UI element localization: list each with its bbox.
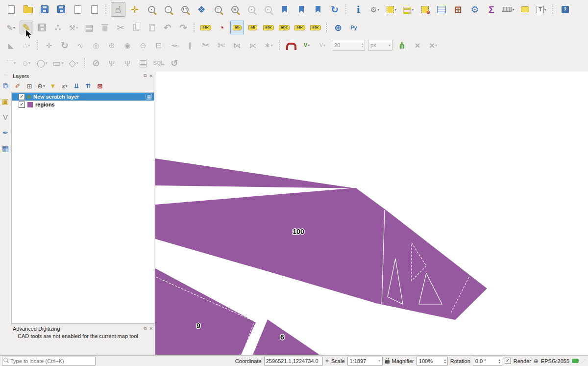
new-temporary-scratch-layer-button[interactable]: ▦ bbox=[0, 142, 10, 154]
modify-attributes-button[interactable]: ▤ bbox=[82, 21, 96, 34]
layer-item-regions[interactable]: ✓regions bbox=[12, 101, 154, 108]
field-calculator-button[interactable]: ⊞ bbox=[451, 2, 466, 17]
vertex-tool-button[interactable]: ⚒▾ bbox=[67, 21, 80, 34]
new-project-button[interactable] bbox=[4, 2, 19, 17]
fill-ring-button[interactable]: ◉ bbox=[121, 38, 134, 52]
add-feature-button[interactable]: ∴ bbox=[51, 21, 65, 34]
merge-attributes-button[interactable]: ⋉ bbox=[246, 38, 260, 52]
move-label-button[interactable]: abc bbox=[277, 21, 291, 34]
layers-panel-float-button[interactable]: ⧉ bbox=[144, 73, 147, 78]
split-features-button[interactable]: ✂ bbox=[199, 38, 213, 52]
snapping-units[interactable]: px▾ bbox=[368, 40, 392, 51]
new-shapefile-layer-button[interactable]: V bbox=[0, 111, 10, 123]
snap-to-vertex-button[interactable]: V▾ bbox=[316, 38, 329, 52]
bookmark-manager-button[interactable] bbox=[311, 2, 325, 17]
pan-to-selection-button[interactable]: ✛ bbox=[127, 2, 142, 17]
pan-map-button[interactable]: ☝ bbox=[111, 2, 125, 17]
offline-editing-button[interactable]: ↺ bbox=[168, 56, 181, 70]
manage-map-themes-button[interactable]: ⊙▾ bbox=[35, 81, 47, 91]
undo-button[interactable]: ↶ bbox=[161, 21, 174, 34]
cad-tools-button[interactable]: ◣ bbox=[4, 38, 18, 52]
cut-features-button[interactable]: ✂ bbox=[114, 21, 127, 34]
merge-features-button[interactable]: ⋈ bbox=[230, 38, 244, 52]
construction-mode-button[interactable]: ∴▾ bbox=[20, 38, 33, 52]
expand-all-button[interactable]: ⇊ bbox=[71, 81, 82, 91]
snapping-on-intersection-button[interactable]: × bbox=[411, 38, 424, 52]
rotation-spin-arrows[interactable]: ▲▼ bbox=[497, 358, 502, 364]
layers-panel-close-button[interactable]: ✕ bbox=[149, 74, 153, 78]
circular-string-dropdown-icon[interactable]: ▾ bbox=[14, 61, 16, 65]
measure-dropdown-icon[interactable]: ▾ bbox=[512, 7, 514, 12]
scale-combo[interactable]: 1:1897 ▾ bbox=[347, 357, 383, 366]
new-bookmark-button[interactable]: ★ bbox=[277, 2, 292, 17]
save-project-button[interactable] bbox=[37, 2, 52, 17]
topology-checker-button[interactable]: Ψ bbox=[105, 56, 119, 70]
select-features-button[interactable]: ▾ bbox=[384, 2, 399, 17]
select-by-value-button[interactable]: ▤▾ bbox=[401, 2, 416, 17]
reshape-features-button[interactable]: ↝ bbox=[168, 38, 181, 52]
crs-status[interactable]: EPSG:2055 bbox=[541, 358, 569, 364]
identify-features-button[interactable]: ℹ bbox=[351, 2, 366, 17]
current-edits-dropdown-icon[interactable]: ▾ bbox=[13, 26, 15, 30]
add-ellipse-button[interactable]: ◯▾ bbox=[35, 56, 49, 70]
zoom-next-button[interactable]: ▸ bbox=[261, 2, 275, 17]
add-ellipse-dropdown-icon[interactable]: ▾ bbox=[46, 61, 48, 65]
processing-toolbox-button[interactable]: ⚙ bbox=[467, 2, 482, 17]
check-geometries-button[interactable]: ⊘ bbox=[89, 56, 103, 70]
save-layer-edits-button[interactable] bbox=[35, 21, 49, 34]
db-manager-button[interactable]: ▤ bbox=[136, 56, 150, 70]
circular-string-button[interactable]: ⌒▾ bbox=[4, 56, 18, 70]
highlight-pinned-labels-button[interactable]: ab bbox=[246, 21, 260, 34]
zoom-to-selection-button[interactable]: □ bbox=[211, 2, 225, 17]
offset-curve-button[interactable]: ∥ bbox=[183, 38, 197, 52]
run-feature-action-dropdown-icon[interactable]: ▾ bbox=[377, 7, 379, 12]
snapping-options-button[interactable]: V▾ bbox=[300, 38, 314, 52]
map-canvas[interactable]: 10096 bbox=[155, 72, 588, 355]
rotate-point-symbols-button[interactable]: ✶▾ bbox=[262, 38, 275, 52]
magnifier-spin-arrows[interactable]: ▲▼ bbox=[443, 358, 447, 364]
add-circle-dropdown-icon[interactable]: ▾ bbox=[28, 61, 30, 65]
layer-labeling-button[interactable]: abc bbox=[199, 21, 213, 34]
snapping-options-dropdown-icon[interactable]: ▾ bbox=[308, 43, 310, 48]
layer-visibility-checkbox[interactable]: ✓ bbox=[19, 94, 25, 100]
zoom-native-button[interactable]: 1:1 bbox=[177, 2, 192, 17]
extents-toggle-icon[interactable]: ⌖ bbox=[325, 357, 329, 365]
layer-item-new-scratch-layer[interactable]: ✓New scratch layer▦ bbox=[12, 93, 154, 101]
snapping-tolerance[interactable]: 20▲▼ bbox=[332, 40, 365, 51]
copy-features-button[interactable] bbox=[129, 21, 143, 34]
delete-part-button[interactable]: ⊟ bbox=[152, 38, 166, 52]
add-regular-polygon-dropdown-icon[interactable]: ▾ bbox=[76, 61, 78, 65]
execute-sql-button[interactable]: SQL bbox=[152, 56, 166, 70]
show-bookmarks-button[interactable]: ★ bbox=[294, 2, 309, 17]
add-group-button[interactable]: ⊞ bbox=[24, 81, 35, 91]
avoid-overlap-button[interactable]: ×▾ bbox=[426, 38, 440, 52]
show-hide-labels-button[interactable]: abc bbox=[262, 21, 275, 34]
avoid-overlap-dropdown-icon[interactable]: ▾ bbox=[435, 43, 437, 48]
statistics-button[interactable]: Σ bbox=[484, 2, 499, 17]
split-parts-button[interactable]: ✄ bbox=[215, 38, 228, 52]
run-feature-action-button[interactable]: ⚙▾ bbox=[368, 2, 382, 17]
show-layout-manager-button[interactable] bbox=[87, 2, 102, 17]
scale-lock-icon[interactable] bbox=[385, 360, 390, 364]
topological-editing-button[interactable]: ⋔ bbox=[395, 38, 409, 52]
zoom-to-layer-button[interactable]: ▤ bbox=[227, 2, 242, 17]
text-annotation-button[interactable]: T▾ bbox=[534, 2, 549, 17]
refresh-map-button[interactable]: ↻ bbox=[327, 2, 342, 17]
topology-rules-button[interactable]: Ψ bbox=[121, 56, 134, 70]
advanced-digitizing-close-button[interactable]: ✕ bbox=[149, 326, 153, 331]
coordinate-input[interactable] bbox=[264, 357, 323, 366]
add-ring-button[interactable]: ◎ bbox=[89, 38, 103, 52]
magnifier-spinbox[interactable]: 100% ▲▼ bbox=[416, 357, 448, 366]
measure-button[interactable]: ▾ bbox=[501, 2, 515, 17]
vertex-tool-dropdown-icon[interactable]: ▾ bbox=[76, 26, 78, 30]
scale-dropdown-icon[interactable]: ▾ bbox=[379, 359, 382, 363]
construction-mode-dropdown-icon[interactable]: ▾ bbox=[28, 43, 30, 48]
toggle-editing-button[interactable]: ✎ bbox=[20, 21, 33, 34]
add-rectangle-button[interactable]: ▭▾ bbox=[51, 56, 65, 70]
pin-labels-button[interactable]: ab bbox=[230, 21, 244, 34]
metasearch-button[interactable]: ⊕ bbox=[331, 21, 345, 34]
add-circle-button[interactable]: ○▾ bbox=[20, 56, 33, 70]
zoom-in-button[interactable]: + bbox=[144, 2, 159, 17]
open-data-source-manager-button[interactable]: ⧉ bbox=[0, 79, 10, 91]
new-geopackage-layer-button[interactable]: ▣ bbox=[0, 95, 10, 107]
